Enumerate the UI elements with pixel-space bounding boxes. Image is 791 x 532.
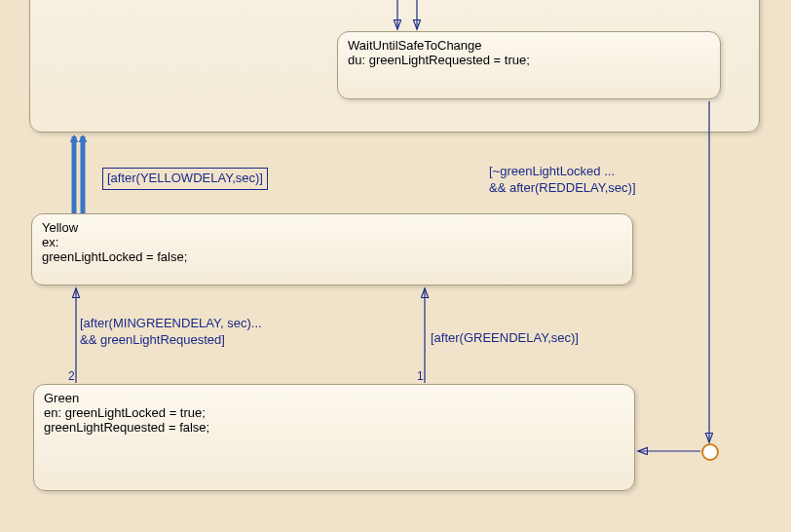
state-yellow: Yellow ex: greenLightLocked = false; [31, 213, 633, 285]
state-yellow-body1: ex: [42, 235, 622, 249]
label-g2y-2-line2: && greenLightRequested] [80, 332, 262, 349]
label-red-to-green-line2: && after(REDDELAY,sec)] [489, 180, 636, 197]
priority-1: 1 [417, 369, 424, 383]
label-green-to-yellow-2: [after(MINGREENDELAY, sec)... && greenLi… [80, 316, 262, 349]
state-green: Green en: greenLightLocked = true; green… [33, 384, 635, 491]
initial-node-icon [701, 443, 719, 461]
label-yellow-to-red: [after(YELLOWDELAY,sec)] [102, 168, 268, 190]
priority-2: 2 [68, 369, 75, 383]
label-red-to-green: [~greenLightLocked ... && after(REDDELAY… [489, 164, 636, 197]
state-green-title: Green [44, 391, 624, 405]
state-yellow-title: Yellow [42, 220, 622, 235]
state-wait-title: WaitUntilSafeToChange [348, 38, 710, 53]
state-wait-body: du: greenLightRequested = true; [348, 53, 710, 67]
label-green-to-yellow-1: [after(GREENDELAY,sec)] [431, 330, 579, 347]
label-red-to-green-line1: [~greenLightLocked ... [489, 164, 636, 180]
label-g2y-2-line1: [after(MINGREENDELAY, sec)... [80, 316, 262, 332]
state-wait: WaitUntilSafeToChange du: greenLightRequ… [337, 31, 721, 99]
state-yellow-body2: greenLightLocked = false; [42, 249, 622, 264]
state-green-body1: en: greenLightLocked = true; [44, 405, 624, 420]
state-green-body2: greenLightRequested = false; [44, 420, 624, 435]
